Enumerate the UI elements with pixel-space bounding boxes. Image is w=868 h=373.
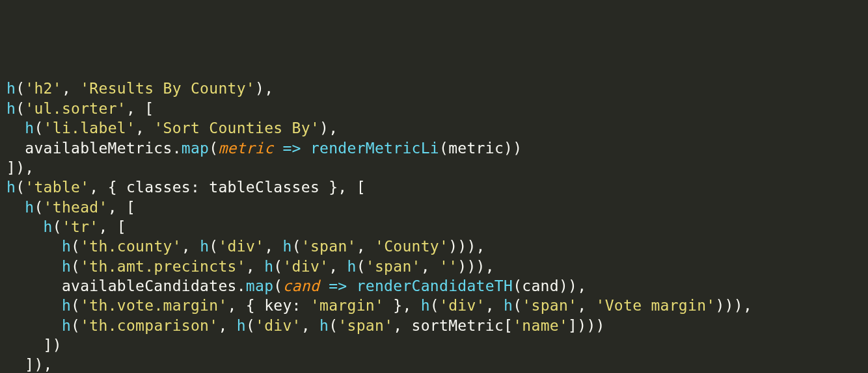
function-call: h [62,297,71,314]
string-literal: 'div' [255,317,301,334]
function-call: h [62,238,71,255]
code-line: h('table', { classes: tableClasses }, [ [7,179,366,196]
function-call: h [7,80,16,97]
function-call: h [44,218,53,235]
code-line: h('thead', [ [7,199,135,216]
string-literal: 'ul.sorter' [25,100,126,117]
code-line: h('tr', [ [7,218,126,235]
function-call: h [25,199,34,216]
function-call: h [237,317,246,334]
function-call: h [62,317,71,334]
string-literal: 'span' [301,238,357,255]
string-literal: 'th.vote.margin' [80,297,227,314]
string-literal: 'Sort Counties By' [154,120,319,136]
function-call: h [7,100,16,117]
identifier: availableMetrics [25,140,172,157]
string-literal: 'div' [282,258,329,275]
method-call: map [182,140,209,157]
code-line: ]), [7,356,53,373]
code-line: ]), [7,159,34,176]
string-literal: 'span' [338,317,393,334]
string-literal: 'tr' [62,218,99,235]
function-call: h [62,258,71,275]
arrow-operator: => [282,140,301,157]
function-call: h [504,297,513,314]
string-literal: 'span' [522,297,577,314]
string-literal: 'th.comparison' [80,317,218,334]
string-literal: 'thead' [44,199,108,216]
string-literal: 'span' [366,258,421,275]
function-call: renderCandidateTH [357,277,513,294]
function-call: h [347,258,357,275]
code-line: h('th.comparison', h('div', h('span', so… [7,317,605,334]
code-line: h('h2', 'Results By County'), [7,80,273,97]
string-literal: 'County' [375,238,448,255]
code-editor[interactable]: h('h2', 'Results By County'), h('ul.sort… [7,79,861,373]
code-line: h('ul.sorter', [ [7,100,154,117]
code-line: h('th.vote.margin', { key: 'margin' }, h… [7,297,752,314]
function-call: h [25,120,34,136]
string-literal: 'table' [25,179,89,196]
arrow-operator: => [329,277,347,294]
code-line: h('li.label', 'Sort Counties By'), [7,120,338,136]
string-literal: 'Results By County' [80,80,255,97]
identifier: availableCandidates [62,277,237,294]
function-call: renderMetricLi [310,140,439,157]
function-call: h [282,238,292,255]
function-call: h [421,297,430,314]
string-literal: 'h2' [25,80,62,97]
parameter: metric [218,140,273,157]
function-call: h [264,258,273,275]
string-literal: 'margin' [310,297,384,314]
string-literal: 'div' [218,238,264,255]
code-line: availableMetrics.map(metric => renderMet… [7,140,522,157]
string-literal: 'div' [439,297,485,314]
string-literal: '' [439,258,457,275]
code-line: ]) [7,337,62,354]
string-literal: 'name' [513,317,568,334]
string-literal: 'th.amt.precincts' [80,258,246,275]
code-line: availableCandidates.map(cand => renderCa… [7,277,586,294]
string-literal: 'Vote margin' [596,297,716,314]
code-line: h('th.county', h('div', h('span', 'Count… [7,238,485,255]
method-call: map [246,277,273,294]
function-call: h [7,179,16,196]
string-literal: 'li.label' [44,120,135,136]
parameter: cand [282,277,319,294]
code-line: h('th.amt.precincts', h('div', h('span',… [7,258,495,275]
string-literal: 'th.county' [80,238,182,255]
function-call: h [319,317,329,334]
function-call: h [200,238,209,255]
